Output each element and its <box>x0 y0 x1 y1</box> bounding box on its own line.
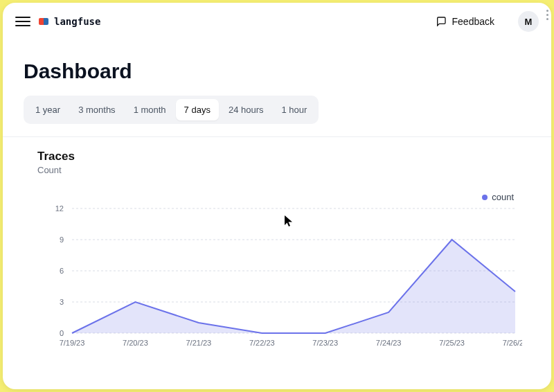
brand-name: langfuse <box>54 16 100 27</box>
avatar-initial: M <box>525 17 533 27</box>
range-tabs: 1 year3 months1 month7 days24 hours1 hou… <box>24 96 319 124</box>
x-tick-label: 7/22/23 <box>249 339 275 347</box>
x-tick-label: 7/20/23 <box>123 339 148 347</box>
divider <box>3 136 551 137</box>
x-tick-label: 7/26/23 <box>503 339 522 347</box>
chart-legend: count <box>482 192 514 202</box>
range-tab[interactable]: 3 months <box>70 99 123 121</box>
legend-label: count <box>492 192 514 202</box>
y-tick-label: 3 <box>60 298 64 306</box>
x-tick-label: 7/19/23 <box>60 339 85 347</box>
legend-dot-icon <box>482 195 488 200</box>
x-tick-label: 7/24/23 <box>376 339 402 347</box>
chat-icon <box>436 16 447 27</box>
range-tab[interactable]: 7 days <box>176 99 219 121</box>
card-title: Traces <box>37 150 517 163</box>
chart: count 0369127/19/237/20/237/21/237/22/23… <box>37 188 517 368</box>
range-tab[interactable]: 24 hours <box>220 99 272 121</box>
avatar[interactable]: M <box>518 11 539 32</box>
y-tick-label: 0 <box>60 329 64 337</box>
chart-svg: 0369127/19/237/20/237/21/237/22/237/23/2… <box>37 188 522 354</box>
feedback-label: Feedback <box>452 16 494 27</box>
traces-card: Traces Count count 0369127/19/237/20/237… <box>24 147 530 368</box>
menu-icon[interactable] <box>15 14 30 29</box>
page: Dashboard 1 year3 months1 month7 days24 … <box>3 60 551 368</box>
range-tab[interactable]: 1 month <box>125 99 175 121</box>
x-tick-label: 7/25/23 <box>439 339 465 347</box>
feedback-button[interactable]: Feedback <box>429 12 501 31</box>
series-area <box>72 240 515 333</box>
app-window: langfuse Feedback M Dashboard 1 year3 mo… <box>3 3 551 389</box>
card-subtitle: Count <box>37 165 517 175</box>
range-tab[interactable]: 1 year <box>27 99 69 121</box>
range-tab[interactable]: 1 hour <box>274 99 316 121</box>
y-tick-label: 12 <box>55 204 64 213</box>
topbar: langfuse Feedback M <box>3 3 551 40</box>
x-tick-label: 7/21/23 <box>186 339 212 347</box>
brand[interactable]: langfuse <box>39 16 100 27</box>
y-tick-label: 6 <box>60 267 64 275</box>
brand-logo-icon <box>39 18 48 25</box>
window-menu-icon[interactable] <box>546 10 548 20</box>
y-tick-label: 9 <box>60 235 64 244</box>
x-tick-label: 7/23/23 <box>312 339 338 347</box>
page-title: Dashboard <box>24 60 530 83</box>
